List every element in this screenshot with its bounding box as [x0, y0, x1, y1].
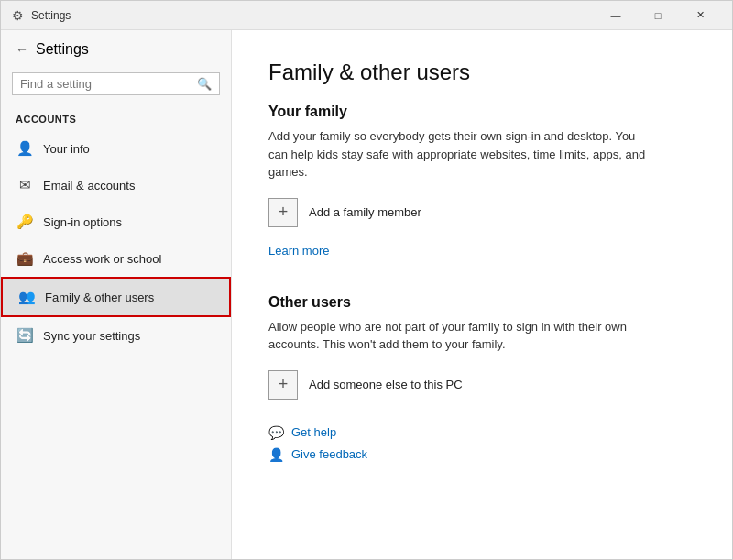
content-area: ← Settings 🔍 Accounts 👤 Your info ✉ Emai…	[1, 30, 732, 559]
back-arrow-icon: ←	[16, 42, 28, 57]
sidebar-item-family-other-users[interactable]: 👥 Family & other users	[1, 277, 231, 317]
add-family-label: Add a family member	[309, 205, 421, 219]
your-family-desc: Add your family so everybody gets their …	[268, 127, 653, 181]
minimize-button[interactable]: —	[595, 1, 637, 30]
add-family-member-row: + Add a family member	[268, 198, 695, 227]
add-family-icon: +	[279, 203, 289, 222]
your-info-icon: 👤	[16, 139, 34, 158]
get-help-icon: 💬	[268, 425, 284, 440]
sidebar-item-your-info[interactable]: 👤 Your info	[1, 130, 231, 167]
sidebar-item-access-work-school[interactable]: 💼 Access work or school	[1, 240, 231, 277]
add-other-user-button[interactable]: +	[268, 370, 298, 400]
email-accounts-icon: ✉	[16, 176, 34, 194]
other-users-title: Other users	[268, 294, 695, 311]
title-bar-controls: — □ ✕	[595, 1, 721, 30]
back-row[interactable]: ← Settings	[1, 30, 231, 69]
family-other-users-icon: 👥	[17, 288, 36, 306]
main-content: Family & other users Your family Add you…	[232, 30, 732, 559]
sidebar-item-sync-settings[interactable]: 🔄 Sync your settings	[1, 317, 231, 354]
give-feedback-icon: 👤	[268, 447, 284, 462]
add-family-member-button[interactable]: +	[268, 198, 298, 227]
sign-in-icon: 🔑	[16, 213, 34, 231]
your-family-section: Your family Add your family so everybody…	[268, 104, 695, 280]
search-icon: 🔍	[197, 77, 212, 91]
add-other-user-row: + Add someone else to this PC	[268, 370, 695, 400]
sync-settings-icon: 🔄	[16, 326, 34, 345]
access-work-icon: 💼	[16, 249, 34, 268]
close-button[interactable]: ✕	[679, 1, 721, 30]
page-title: Family & other users	[268, 60, 695, 85]
your-family-title: Your family	[268, 104, 695, 120]
back-label: Settings	[36, 41, 89, 58]
title-bar-left: ⚙ Settings	[12, 8, 71, 23]
sidebar-item-email-accounts[interactable]: ✉ Email & accounts	[1, 167, 231, 203]
settings-window-icon: ⚙	[12, 8, 24, 23]
sidebar-item-label-email: Email & accounts	[43, 179, 135, 192]
footer-links: 💬 Get help 👤 Give feedback	[268, 425, 695, 462]
sidebar-item-label-your-info: Your info	[43, 142, 90, 156]
give-feedback-link[interactable]: 👤 Give feedback	[268, 447, 695, 462]
get-help-link[interactable]: 💬 Get help	[268, 425, 695, 440]
sidebar-item-label-family: Family & other users	[45, 291, 154, 304]
learn-more-link[interactable]: Learn more	[268, 244, 329, 258]
add-other-user-label: Add someone else to this PC	[309, 378, 463, 391]
title-bar: ⚙ Settings — □ ✕	[1, 1, 732, 30]
title-bar-text: Settings	[31, 9, 71, 22]
maximize-button[interactable]: □	[637, 1, 679, 30]
sidebar-item-label-sync: Sync your settings	[43, 329, 140, 343]
sidebar: ← Settings 🔍 Accounts 👤 Your info ✉ Emai…	[1, 30, 232, 559]
sidebar-item-label-access: Access work or school	[43, 252, 161, 266]
sidebar-item-label-signin: Sign-in options	[43, 215, 122, 229]
settings-window: ⚙ Settings — □ ✕ ← Settings 🔍 Accounts 👤…	[0, 0, 733, 560]
other-users-desc: Allow people who are not part of your fa…	[268, 318, 653, 354]
search-box[interactable]: 🔍	[12, 72, 220, 95]
search-input[interactable]	[20, 77, 197, 91]
sidebar-item-sign-in-options[interactable]: 🔑 Sign-in options	[1, 203, 231, 240]
sidebar-section-title: Accounts	[1, 106, 231, 130]
get-help-label: Get help	[291, 425, 336, 439]
give-feedback-label: Give feedback	[291, 447, 367, 461]
add-other-icon: +	[279, 375, 289, 394]
other-users-section: Other users Allow people who are not par…	[268, 294, 695, 400]
